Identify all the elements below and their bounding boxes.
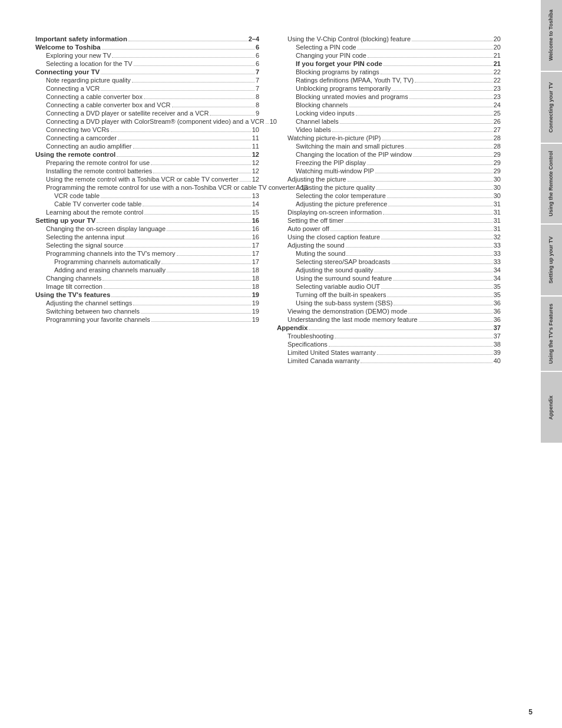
toc-title: Programming your favorite channels	[46, 316, 150, 323]
toc-page: 10	[270, 118, 277, 125]
main-content: Important safety information2–4Welcome t…	[0, 0, 541, 728]
toc-title: Setting the off timer	[287, 217, 343, 224]
toc-title: Selecting a PIN code	[296, 44, 356, 51]
toc-entry: Setting the off timer 31	[277, 217, 501, 225]
toc-title: Changing your PIN code	[296, 52, 366, 59]
toc-page: 32	[494, 233, 501, 241]
toc-entry: Connecting two VCRs 10	[35, 126, 259, 134]
toc-title: Selecting variable audio OUT	[296, 283, 380, 290]
toc-dots	[133, 148, 251, 149]
toc-title: Muting the sound	[296, 250, 345, 257]
toc-title: Selecting a location for the TV	[46, 60, 133, 67]
toc-entry: Connecting an audio amplifier11	[35, 143, 259, 150]
toc-page: 20	[494, 35, 501, 42]
toc-entry: Adjusting the picture preference31	[277, 200, 501, 208]
toc-entry: Using the closed caption feature 32	[277, 233, 501, 241]
toc-page: 19	[252, 316, 259, 323]
toc-entry: Installing the remote control batteries …	[35, 167, 259, 175]
toc-entry: Setting up your TV 16	[35, 217, 259, 225]
toc-entry: Freezing the PIP display 29	[277, 159, 501, 167]
toc-entry: Watching picture-in-picture (PIP) 28	[277, 134, 501, 142]
toc-dots	[151, 321, 251, 322]
tab-setting[interactable]: Setting up your TV	[541, 225, 562, 295]
toc-title: Specifications	[287, 341, 328, 348]
toc-dots	[143, 206, 250, 206]
toc-page: 16	[252, 233, 259, 241]
toc-entry: Turning off the built-in speakers 35	[277, 291, 501, 299]
toc-entry: Channel labels 26	[277, 118, 501, 126]
toc-page: 12	[252, 159, 259, 166]
toc-dots	[210, 115, 254, 116]
toc-entry: Unblocking programs temporarily 23	[277, 85, 501, 93]
toc-page: 28	[494, 134, 501, 141]
toc-dots	[376, 189, 492, 190]
page-number: 5	[528, 708, 533, 716]
toc-title: Programming the remote control for use w…	[46, 184, 296, 191]
toc-title: Unblocking programs temporarily	[296, 85, 391, 92]
toc-title: Blocking programs by ratings	[296, 68, 379, 75]
tab-features[interactable]: Using the TV's Features	[541, 297, 562, 371]
toc-entry: Ratings definitions (MPAA, Youth TV, TV)…	[277, 77, 501, 84]
toc-title: Cable TV converter code table	[54, 200, 141, 207]
toc-dots	[375, 173, 492, 173]
toc-title: Setting up your TV	[35, 217, 95, 224]
toc-title: Changing the on-screen display language	[46, 225, 166, 232]
toc-entry: Connecting your TV 7	[35, 68, 259, 76]
toc-entry: Using the sub-bass system (SBS) 36	[277, 299, 501, 307]
toc-title: Adding and erasing channels manually	[54, 266, 166, 274]
toc-page: 28	[494, 143, 501, 150]
toc-title: Watching picture-in-picture (PIP)	[287, 134, 381, 141]
toc-entry: Welcome to Toshiba 6	[35, 44, 259, 51]
toc-dots	[392, 90, 492, 91]
toc-dots	[381, 239, 492, 239]
toc-title: Adjusting the picture quality	[296, 184, 375, 191]
toc-page: 37	[494, 332, 501, 340]
toc-page: 8	[256, 101, 259, 108]
toc-dots	[381, 74, 492, 74]
toc-entry: Selecting a location for the TV 6	[35, 60, 259, 68]
toc-dots	[388, 206, 492, 206]
toc-title: Welcome to Toshiba	[35, 44, 101, 51]
toc-entry: Adjusting the picture 30	[277, 176, 501, 183]
tab-remote[interactable]: Using the Remote Control	[541, 144, 562, 223]
toc-columns: Important safety information2–4Welcome t…	[35, 35, 529, 365]
tab-welcome[interactable]: Welcome to Toshiba	[541, 0, 562, 71]
toc-entry: Selecting stereo/SAP broadcasts33	[277, 258, 501, 266]
toc-page: 13	[252, 192, 259, 199]
toc-page: 14	[252, 200, 259, 207]
toc-page: 6	[256, 52, 259, 59]
toc-entry: Blocking channels 24	[277, 101, 501, 109]
toc-dots	[153, 173, 250, 173]
toc-entry: Limited Canada warranty 40	[277, 357, 501, 365]
toc-dots	[102, 49, 254, 50]
toc-title: Channel labels	[296, 118, 339, 125]
tab-appendix[interactable]: Appendix	[541, 372, 562, 443]
toc-entry: Using the remote control with a Toshiba …	[35, 176, 259, 183]
toc-title: Adjusting the sound quality	[296, 266, 373, 274]
toc-entry: Changing the location of the PIP window …	[277, 151, 501, 159]
toc-dots	[408, 313, 492, 314]
toc-entry: Using the TV's features19	[35, 291, 259, 299]
toc-title: Using the remote control	[35, 151, 115, 158]
toc-title: Locking video inputs	[296, 110, 355, 117]
toc-page: 35	[494, 291, 501, 298]
toc-title: Understanding the last mode memory featu…	[287, 316, 418, 323]
toc-entry: Displaying on-screen information 31	[277, 209, 501, 216]
toc-title: Programming channels into the TV's memor…	[46, 250, 176, 257]
toc-dots	[101, 74, 254, 74]
toc-title: Watching multi-window PIP	[296, 167, 374, 174]
toc-dots	[144, 214, 251, 215]
toc-page: 22	[494, 68, 501, 75]
toc-title: Note regarding picture quality	[46, 77, 131, 84]
toc-page: 38	[494, 341, 501, 348]
toc-entry: Selecting the color temperature 30	[277, 192, 501, 200]
toc-dots	[345, 222, 492, 223]
toc-page: 7	[256, 68, 259, 75]
toc-page: 21	[494, 52, 501, 59]
toc-entry: Programming your favorite channels 19	[35, 316, 259, 324]
tab-connecting[interactable]: Connecting your TV	[541, 72, 562, 143]
toc-entry: Adjusting the sound 33	[277, 242, 501, 249]
toc-dots	[374, 272, 492, 272]
right-tabs: Welcome to ToshibaConnecting your TVUsin…	[541, 0, 562, 728]
toc-title: Blocking channels	[296, 101, 348, 108]
